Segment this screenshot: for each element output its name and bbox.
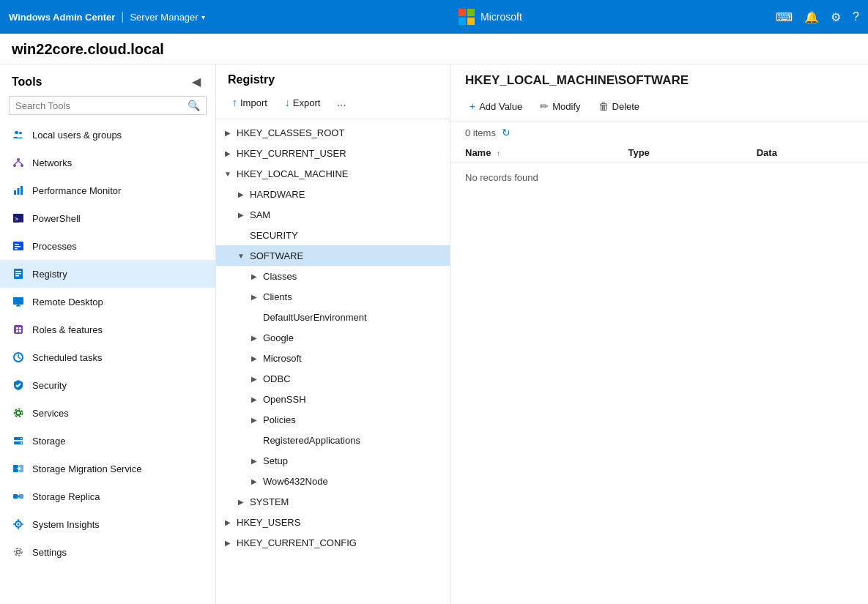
sidebar-item-label-settings: Settings bbox=[32, 547, 67, 558]
tree-item-sam[interactable]: ▶SAM bbox=[216, 204, 450, 225]
settings-icon bbox=[12, 545, 25, 559]
sidebar-item-storage[interactable]: Storage bbox=[0, 427, 215, 455]
sidebar-item-networks[interactable]: Networks bbox=[0, 149, 215, 176]
tree-item-openssh[interactable]: ▶OpenSSH bbox=[216, 389, 450, 409]
tree-item-hkey_current_user[interactable]: ▶HKEY_CURRENT_USER bbox=[216, 143, 450, 163]
sidebar-item-scheduled-tasks[interactable]: Scheduled tasks bbox=[0, 343, 215, 371]
tree-item-security_key[interactable]: SECURITY bbox=[216, 225, 450, 245]
help-icon[interactable]: ? bbox=[853, 10, 859, 23]
server-manager-button[interactable]: Server Manager ▾ bbox=[130, 12, 204, 23]
delete-button[interactable]: 🗑 Delete bbox=[591, 97, 648, 116]
tree-item-google[interactable]: ▶Google bbox=[216, 327, 450, 348]
sidebar-item-local-users[interactable]: Local users & groups bbox=[0, 121, 215, 149]
tree-toggle-openssh[interactable]: ▶ bbox=[248, 393, 260, 405]
svg-rect-17 bbox=[15, 271, 21, 272]
settings-icon[interactable]: ⚙ bbox=[831, 10, 841, 24]
sidebar-item-registry[interactable]: Registry bbox=[0, 260, 215, 288]
tree-toggle-hkey_users[interactable]: ▶ bbox=[222, 516, 234, 528]
tree-toggle-microsoft[interactable]: ▶ bbox=[248, 352, 260, 364]
sidebar-item-services[interactable]: Services bbox=[0, 399, 215, 427]
terminal-icon[interactable]: ⌨ bbox=[776, 10, 793, 24]
tree-label-registeredapplications: RegisteredApplications bbox=[263, 435, 360, 446]
sidebar-item-settings[interactable]: Settings bbox=[0, 538, 215, 566]
sidebar-item-storage-migration[interactable]: Storage Migration Service bbox=[0, 455, 215, 482]
add-value-button[interactable]: + Add Value bbox=[462, 97, 530, 116]
tree-toggle-clients[interactable]: ▶ bbox=[248, 291, 260, 302]
svg-rect-8 bbox=[18, 188, 20, 195]
search-box[interactable]: 🔍 bbox=[9, 96, 207, 115]
tree-item-defaultuserenvironment[interactable]: DefaultUserEnvironment bbox=[216, 307, 450, 327]
detail-table: Name ↑ Type Data No records found bbox=[450, 143, 868, 604]
export-label: Export bbox=[293, 97, 321, 108]
search-input[interactable] bbox=[15, 100, 188, 111]
search-icon: 🔍 bbox=[188, 100, 200, 111]
tree-toggle-hkey_classes_root[interactable]: ▶ bbox=[222, 127, 234, 138]
svg-line-30 bbox=[18, 357, 21, 359]
sidebar-item-label-services: Services bbox=[32, 408, 69, 419]
tree-toggle-google[interactable]: ▶ bbox=[248, 332, 260, 343]
tree-toggle-odbc[interactable]: ▶ bbox=[248, 373, 260, 384]
refresh-icon[interactable]: ↻ bbox=[502, 127, 511, 138]
tree-item-hkey_local_machine[interactable]: ▼HKEY_LOCAL_MACHINE bbox=[216, 163, 450, 184]
server-name-header: win22core.cloud.local bbox=[0, 34, 868, 64]
security-icon bbox=[12, 379, 25, 392]
col-name: Name ↑ bbox=[450, 143, 613, 163]
tree-item-hkey_current_config[interactable]: ▶HKEY_CURRENT_CONFIG bbox=[216, 532, 450, 553]
tree-toggle-sam[interactable]: ▶ bbox=[235, 209, 247, 220]
tree-item-system[interactable]: ▶SYSTEM bbox=[216, 491, 450, 512]
svg-rect-39 bbox=[13, 494, 18, 499]
sidebar-item-remote-desktop[interactable]: Remote Desktop bbox=[0, 288, 215, 316]
tree-item-microsoft[interactable]: ▶Microsoft bbox=[216, 348, 450, 368]
tree-toggle-wow6432node[interactable]: ▶ bbox=[248, 475, 260, 487]
tree-toggle-classes[interactable]: ▶ bbox=[248, 270, 260, 282]
tree-toggle-software[interactable]: ▼ bbox=[235, 250, 247, 261]
svg-rect-0 bbox=[15, 131, 18, 134]
tree-item-odbc[interactable]: ▶ODBC bbox=[216, 368, 450, 389]
tree-item-policies[interactable]: ▶Policies bbox=[216, 409, 450, 430]
delete-icon: 🗑 bbox=[598, 100, 609, 112]
svg-point-3 bbox=[13, 164, 16, 167]
tree-item-wow6432node[interactable]: ▶Wow6432Node bbox=[216, 471, 450, 491]
tree-item-classes[interactable]: ▶Classes bbox=[216, 266, 450, 286]
sidebar-item-storage-replica[interactable]: Storage Replica bbox=[0, 482, 215, 510]
main-area: win22core.cloud.local Tools ◀ 🔍 Local us… bbox=[0, 34, 868, 604]
system-insights-icon bbox=[12, 518, 25, 531]
col-type: Type bbox=[613, 143, 741, 163]
tree-toggle-hkey_current_config[interactable]: ▶ bbox=[222, 537, 234, 548]
item-count-label: 0 items bbox=[465, 127, 496, 138]
modify-label: Modify bbox=[552, 101, 580, 112]
tree-toggle-policies[interactable]: ▶ bbox=[248, 414, 260, 425]
tree-item-clients[interactable]: ▶Clients bbox=[216, 286, 450, 307]
sidebar-item-roles-features[interactable]: Roles & features bbox=[0, 316, 215, 343]
tree-label-hkey_current_config: HKEY_CURRENT_CONFIG bbox=[237, 537, 357, 548]
svg-rect-24 bbox=[16, 327, 18, 329]
svg-point-4 bbox=[21, 164, 23, 167]
export-button[interactable]: ↓ Export bbox=[278, 93, 328, 112]
bell-icon[interactable]: 🔔 bbox=[804, 10, 819, 24]
tree-label-software: SOFTWARE bbox=[250, 250, 303, 261]
table-header-row: Name ↑ Type Data bbox=[450, 143, 868, 163]
sidebar-item-processes[interactable]: Processes bbox=[0, 232, 215, 260]
sidebar-item-system-insights[interactable]: System Insights bbox=[0, 510, 215, 538]
tree-toggle-hkey_local_machine[interactable]: ▼ bbox=[222, 168, 234, 179]
import-button[interactable]: ↑ Import bbox=[225, 93, 275, 112]
tree-item-registeredapplications[interactable]: RegisteredApplications bbox=[216, 430, 450, 450]
tree-item-software[interactable]: ▼SOFTWARE bbox=[216, 245, 450, 266]
tree-toggle-system[interactable]: ▶ bbox=[235, 496, 247, 507]
import-icon: ↑ bbox=[232, 97, 237, 108]
tree-toggle-setup[interactable]: ▶ bbox=[248, 455, 260, 466]
tree-item-hardware[interactable]: ▶HARDWARE bbox=[216, 184, 450, 204]
collapse-sidebar-button[interactable]: ◀ bbox=[189, 73, 204, 90]
tree-toggle-hkey_current_user[interactable]: ▶ bbox=[222, 147, 234, 159]
tree-item-hkey_classes_root[interactable]: ▶HKEY_CLASSES_ROOT bbox=[216, 122, 450, 143]
sidebar-item-powershell[interactable]: >_PowerShell bbox=[0, 204, 215, 232]
sidebar-item-label-processes: Processes bbox=[32, 241, 77, 252]
tree-item-setup[interactable]: ▶Setup bbox=[216, 450, 450, 471]
sidebar-item-performance-monitor[interactable]: Performance Monitor bbox=[0, 176, 215, 204]
more-options-button[interactable]: ... bbox=[330, 92, 352, 113]
tree-toggle-hardware[interactable]: ▶ bbox=[235, 188, 247, 200]
tree-toggle-defaultuserenvironment bbox=[248, 311, 260, 323]
tree-item-hkey_users[interactable]: ▶HKEY_USERS bbox=[216, 512, 450, 532]
sidebar-item-security[interactable]: Security bbox=[0, 371, 215, 399]
modify-button[interactable]: ✏ Modify bbox=[533, 97, 587, 116]
